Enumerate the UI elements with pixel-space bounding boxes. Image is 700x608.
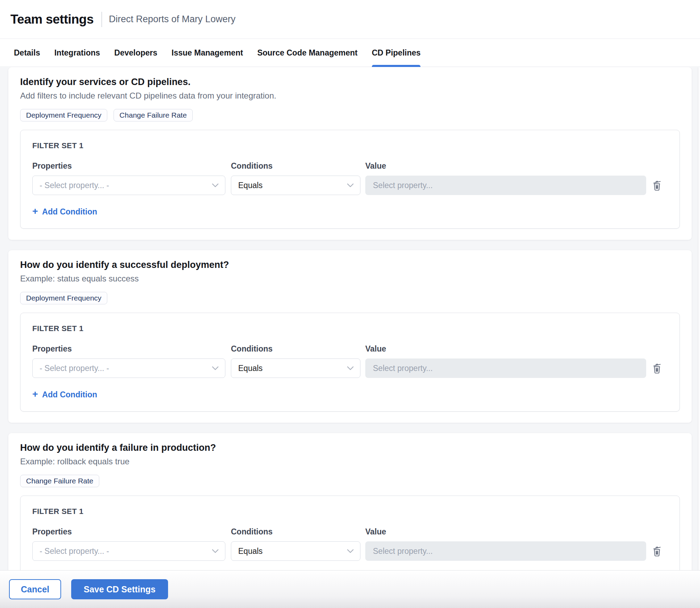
trash-icon — [651, 179, 662, 191]
tab-cd-pipelines[interactable]: CD Pipelines — [372, 39, 421, 67]
condition-row: - Select property... - Equals — [32, 541, 668, 561]
tab-bar: Details Integrations Developers Issue Ma… — [0, 39, 700, 67]
chevron-down-icon — [347, 366, 354, 370]
cancel-button[interactable]: Cancel — [9, 579, 61, 599]
value-input[interactable] — [365, 541, 646, 561]
property-select[interactable]: - Select property... - — [32, 541, 225, 561]
filter-set-title: FILTER SET 1 — [32, 141, 668, 150]
chevron-down-icon — [347, 183, 354, 187]
title-divider — [101, 12, 102, 27]
chip-deployment-frequency: Deployment Frequency — [20, 109, 107, 121]
properties-label: Properties — [32, 344, 225, 354]
value-label: Value — [365, 161, 646, 171]
section-failure-in-production: How do you identify a failure in product… — [8, 433, 692, 570]
conditions-label: Conditions — [231, 527, 360, 537]
tab-developers[interactable]: Developers — [114, 39, 157, 67]
condition-row: - Select property... - Equals — [32, 358, 668, 378]
column-labels-row: Properties Conditions Value — [32, 161, 668, 171]
section-heading: How do you identify a successful deploym… — [20, 260, 680, 270]
condition-select[interactable]: Equals — [231, 176, 360, 195]
footer-action-bar: Cancel Save CD Settings — [0, 570, 700, 608]
metric-chips: Deployment Frequency — [20, 292, 680, 304]
value-label: Value — [365, 527, 646, 537]
condition-row: - Select property... - Equals — [32, 176, 668, 195]
delete-condition-button[interactable] — [649, 177, 665, 194]
add-condition-label: Add Condition — [42, 207, 97, 217]
chip-deployment-frequency: Deployment Frequency — [20, 292, 107, 304]
content-area: Identify your services or CD pipelines. … — [0, 67, 700, 570]
section-description: Example: rollback equals true — [20, 457, 680, 466]
chip-change-failure-rate: Change Failure Rate — [114, 109, 193, 121]
section-heading: How do you identify a failure in product… — [20, 442, 680, 453]
page-subtitle: Direct Reports of Mary Lowery — [109, 14, 236, 25]
condition-select-value: Equals — [238, 364, 262, 373]
add-condition-label: Add Condition — [42, 390, 97, 399]
metric-chips: Deployment Frequency Change Failure Rate — [20, 109, 680, 121]
chevron-down-icon — [212, 549, 219, 553]
property-select-placeholder: - Select property... - — [40, 364, 109, 373]
filter-set-card: FILTER SET 1 Properties Conditions Value… — [20, 496, 680, 570]
save-cd-settings-button[interactable]: Save CD Settings — [71, 579, 168, 599]
page-header: Team settings Direct Reports of Mary Low… — [0, 0, 700, 39]
trash-icon — [651, 545, 662, 557]
delete-condition-button[interactable] — [649, 543, 665, 559]
filter-set-card: FILTER SET 1 Properties Conditions Value… — [20, 313, 680, 412]
section-heading: Identify your services or CD pipelines. — [20, 77, 680, 87]
property-select[interactable]: - Select property... - — [32, 358, 225, 378]
conditions-label: Conditions — [231, 344, 360, 354]
chevron-down-icon — [212, 366, 219, 370]
property-select-placeholder: - Select property... - — [40, 547, 109, 556]
active-tab-underline — [372, 65, 421, 67]
plus-icon: + — [32, 389, 38, 399]
value-input[interactable] — [365, 176, 646, 195]
tab-source-code-management[interactable]: Source Code Management — [257, 39, 358, 67]
section-successful-deployment: How do you identify a successful deploym… — [8, 250, 692, 423]
column-labels-row: Properties Conditions Value — [32, 527, 668, 537]
plus-icon: + — [32, 206, 38, 216]
properties-label: Properties — [32, 527, 225, 537]
column-labels-row: Properties Conditions Value — [32, 344, 668, 354]
add-condition-button[interactable]: + Add Condition — [32, 390, 97, 399]
delete-condition-button[interactable] — [649, 360, 665, 377]
properties-label: Properties — [32, 161, 225, 171]
chevron-down-icon — [347, 549, 354, 553]
value-input[interactable] — [365, 358, 646, 378]
page-title: Team settings — [10, 12, 94, 27]
add-condition-button[interactable]: + Add Condition — [32, 207, 97, 217]
value-label: Value — [365, 344, 646, 354]
trash-icon — [651, 362, 662, 374]
tab-issue-management[interactable]: Issue Management — [172, 39, 243, 67]
condition-select[interactable]: Equals — [231, 541, 360, 561]
section-identify-pipelines: Identify your services or CD pipelines. … — [8, 67, 692, 240]
metric-chips: Change Failure Rate — [20, 475, 680, 487]
condition-select-value: Equals — [238, 181, 262, 190]
condition-select[interactable]: Equals — [231, 358, 360, 378]
section-description: Example: status equals success — [20, 274, 680, 284]
filter-set-title: FILTER SET 1 — [32, 507, 668, 516]
condition-select-value: Equals — [238, 547, 262, 556]
tab-details[interactable]: Details — [14, 39, 40, 67]
conditions-label: Conditions — [231, 161, 360, 171]
chevron-down-icon — [212, 183, 219, 187]
section-description: Add filters to include relevant CD pipel… — [20, 91, 680, 101]
property-select-placeholder: - Select property... - — [40, 181, 109, 190]
property-select[interactable]: - Select property... - — [32, 176, 225, 195]
filter-set-title: FILTER SET 1 — [32, 324, 668, 333]
tab-integrations[interactable]: Integrations — [54, 39, 100, 67]
chip-change-failure-rate: Change Failure Rate — [20, 475, 99, 487]
scrollbar-track[interactable] — [698, 67, 700, 570]
filter-set-card: FILTER SET 1 Properties Conditions Value… — [20, 130, 680, 229]
